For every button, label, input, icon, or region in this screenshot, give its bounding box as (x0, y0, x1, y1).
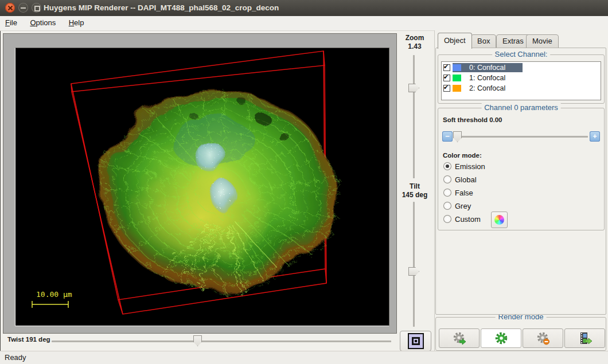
settings-panel: Object Box Extras Movie Select Channel: … (434, 30, 608, 351)
radio-custom-label: Custom (455, 215, 481, 224)
render-mode-auto-button[interactable] (439, 328, 480, 348)
tilt-slider-handle[interactable] (408, 267, 419, 276)
select-channel-title: Select Channel: (492, 50, 551, 58)
radio-emission-label: Emission (455, 162, 485, 171)
title-bar: Huygens MIP Renderer -- DAPI_MT488_phal5… (0, 0, 608, 17)
threshold-slider-track[interactable] (454, 136, 588, 138)
select-channel-groupbox: Select Channel: 0: Confocal 1: Confocal … (438, 54, 605, 104)
gear-minus-icon (536, 331, 550, 345)
window-title: Huygens MIP Renderer -- DAPI_MT488_phal5… (44, 0, 279, 16)
channel-list: 0: Confocal 1: Confocal 2: Confocal (441, 61, 601, 100)
reset-view-button[interactable] (400, 331, 431, 351)
nucleus-upper (196, 143, 227, 174)
zoom-slider-handle[interactable] (408, 84, 419, 92)
menu-bar: File Options Help (0, 16, 608, 31)
cell-volume-render (101, 91, 336, 289)
channel-row-0[interactable]: 0: Confocal (442, 63, 601, 72)
filmstrip-export-icon (578, 331, 593, 345)
radio-global[interactable] (443, 175, 451, 183)
color-mode-label: Color mode: (443, 152, 482, 159)
twist-slider-handle[interactable] (193, 335, 202, 346)
menu-help[interactable]: Help (64, 16, 89, 27)
soft-threshold-label: Soft threshold 0.00 (443, 116, 502, 123)
channel-1-label: 1: Confocal (469, 74, 505, 82)
status-bar: Ready (0, 351, 608, 364)
render-mode-on-button[interactable] (481, 328, 521, 348)
tilt-slider-track[interactable] (413, 202, 415, 327)
nucleus-lower (210, 182, 239, 211)
minimize-button[interactable] (18, 3, 28, 13)
render-mode-groupbox: Render mode (435, 317, 606, 351)
radio-global-label: Global (455, 175, 477, 184)
status-text: Ready (5, 353, 26, 362)
gear-arrow-icon (453, 331, 466, 345)
tab-box[interactable]: Box (471, 34, 496, 49)
radio-false-label: False (455, 189, 473, 197)
threshold-decrease-button[interactable]: − (442, 131, 453, 142)
channel-2-label: 2: Confocal (469, 84, 505, 92)
channel-0-color-swatch (453, 64, 461, 71)
object-tab-content: Select Channel: 0: Confocal 1: Confocal … (435, 48, 606, 315)
channel-parameters-groupbox: Channel 0 parameters Soft threshold 0.00… (438, 108, 605, 230)
channel-1-checkbox[interactable] (443, 75, 450, 81)
app-window: Huygens MIP Renderer -- DAPI_MT488_phal5… (0, 0, 608, 364)
color-wheel-icon (494, 215, 504, 225)
radio-custom[interactable] (443, 215, 451, 223)
twist-slider-label: Twist 191 deg (7, 336, 50, 343)
radio-emission[interactable] (443, 162, 451, 170)
menu-file[interactable]: File (0, 16, 22, 27)
maximize-button[interactable] (32, 3, 41, 13)
render-movie-button[interactable] (564, 328, 605, 348)
menu-options[interactable]: Options (25, 16, 61, 27)
close-button[interactable] (5, 3, 15, 13)
channel-parameters-title: Channel 0 parameters (481, 103, 561, 112)
channel-row-2[interactable]: 2: Confocal (442, 84, 601, 93)
viewport-frame: 10.00 µm (3, 33, 397, 334)
threshold-slider-handle[interactable] (453, 131, 462, 142)
zoom-slider-label: Zoom1.43 (396, 34, 434, 51)
channel-0-checkbox[interactable] (443, 64, 450, 71)
channel-0-label: 0: Confocal (469, 64, 505, 72)
tab-movie[interactable]: Movie (526, 34, 559, 49)
render-canvas[interactable]: 10.00 µm (15, 48, 389, 326)
radio-grey-label: Grey (455, 202, 471, 210)
twist-slider-track[interactable] (52, 340, 391, 342)
render-mode-off-button[interactable] (523, 328, 563, 348)
tab-object[interactable]: Object (438, 33, 472, 49)
tab-extras[interactable]: Extras (496, 34, 530, 49)
channel-2-checkbox[interactable] (443, 85, 450, 92)
channel-2-color-swatch (453, 85, 461, 92)
channel-1-color-swatch (453, 75, 461, 81)
radio-grey[interactable] (443, 202, 451, 210)
threshold-increase-button[interactable]: + (590, 131, 600, 142)
radio-false[interactable] (443, 189, 451, 197)
concentric-squares-icon (408, 333, 424, 349)
scale-bar-label: 10.00 µm (36, 290, 72, 299)
custom-color-button[interactable] (491, 212, 508, 228)
channel-row-1[interactable]: 1: Confocal (442, 73, 601, 83)
tilt-slider-label: Tilt145 deg (396, 182, 434, 199)
gear-icon (494, 331, 508, 345)
zoom-slider-track[interactable] (413, 55, 415, 178)
